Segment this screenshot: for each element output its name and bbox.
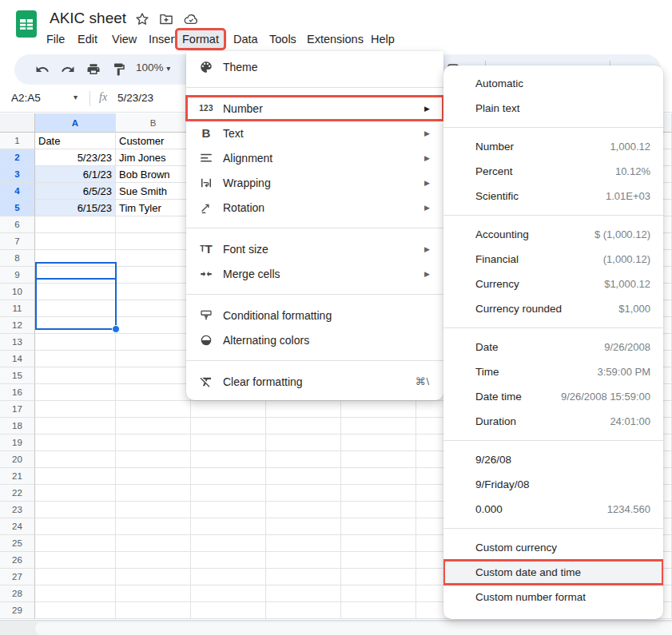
name-box[interactable]: A2:A5: [11, 92, 41, 104]
row-header-27[interactable]: 27: [0, 569, 35, 585]
row-header-10[interactable]: 10: [0, 284, 35, 300]
cell-d19[interactable]: [266, 435, 341, 451]
cell-a6[interactable]: [35, 216, 116, 233]
cell-c18[interactable]: [191, 418, 266, 435]
cell-b5[interactable]: Tim Tyler: [116, 200, 191, 216]
cell-a18[interactable]: [35, 418, 116, 435]
cell-c28[interactable]: [191, 585, 266, 602]
cell-d21[interactable]: [266, 468, 341, 485]
row-header-1[interactable]: 1: [0, 133, 35, 149]
star-icon[interactable]: [134, 11, 150, 27]
cell-d24[interactable]: [266, 518, 341, 535]
cell-a14[interactable]: [35, 351, 116, 367]
cell-d17[interactable]: [266, 401, 341, 418]
cell-b4[interactable]: Sue Smith: [116, 183, 191, 200]
cell-b20[interactable]: [116, 451, 191, 468]
cell-a28[interactable]: [35, 585, 116, 602]
cell-b29[interactable]: [116, 602, 191, 619]
row-header-15[interactable]: 15: [0, 367, 35, 384]
menu-tools[interactable]: Tools: [264, 30, 301, 48]
row-header-11[interactable]: 11: [0, 300, 35, 317]
submenu-item-accounting[interactable]: Accounting$ (1,000.12): [443, 222, 663, 247]
submenu-item-currency[interactable]: Currency$1,000.12: [443, 272, 663, 296]
cell-b19[interactable]: [116, 435, 191, 451]
cell-e25[interactable]: [341, 535, 416, 552]
cell-e19[interactable]: [341, 435, 416, 451]
paint-format-icon[interactable]: [112, 62, 126, 77]
cell-b27[interactable]: [116, 569, 191, 585]
menu-extensions[interactable]: Extensions: [302, 30, 368, 48]
row-header-7[interactable]: 7: [0, 233, 35, 250]
cell-b21[interactable]: [116, 468, 191, 485]
menu-item-clear-formatting[interactable]: Clear formatting ⌘\: [186, 369, 443, 394]
cell-a24[interactable]: [35, 518, 116, 535]
cell-a1[interactable]: Date: [35, 133, 116, 149]
row-header-8[interactable]: 8: [0, 250, 35, 267]
cell-a7[interactable]: [35, 233, 116, 250]
submenu-item-decimal[interactable]: 0.0001234.560: [443, 497, 663, 522]
cell-a29[interactable]: [35, 602, 116, 619]
cell-e23[interactable]: [341, 502, 416, 518]
row-header-3[interactable]: 3: [0, 166, 35, 183]
cell-e29[interactable]: [341, 602, 416, 619]
cell-b15[interactable]: [116, 367, 191, 384]
cell-c20[interactable]: [191, 451, 266, 468]
menu-item-merge-cells[interactable]: Merge cells ▶: [186, 261, 443, 286]
submenu-item-custom-number-format[interactable]: Custom number format: [443, 585, 663, 609]
cell-e26[interactable]: [341, 552, 416, 569]
print-icon[interactable]: [86, 62, 101, 77]
cell-e20[interactable]: [341, 451, 416, 468]
menu-format[interactable]: Format: [177, 30, 224, 48]
cell-b11[interactable]: [116, 300, 191, 317]
row-header-9[interactable]: 9: [0, 267, 35, 284]
submenu-item-scientific[interactable]: Scientific1.01E+03: [443, 184, 663, 208]
row-header-5[interactable]: 5: [0, 200, 35, 216]
cell-a4[interactable]: 6/5/23: [35, 183, 116, 200]
row-header-6[interactable]: 6: [0, 216, 35, 233]
cell-e22[interactable]: [341, 485, 416, 502]
row-header-25[interactable]: 25: [0, 535, 35, 552]
cell-a21[interactable]: [35, 468, 116, 485]
menu-view[interactable]: View: [107, 30, 141, 48]
zoom-control[interactable]: 100% ▾: [136, 62, 170, 73]
menu-edit[interactable]: Edit: [73, 30, 102, 48]
menu-item-conditional-formatting[interactable]: Conditional formatting: [186, 303, 443, 327]
document-title[interactable]: AKIC sheet: [50, 10, 126, 27]
cell-c23[interactable]: [191, 502, 266, 518]
cell-c29[interactable]: [191, 602, 266, 619]
row-header-20[interactable]: 20: [0, 451, 35, 468]
cell-b23[interactable]: [116, 502, 191, 518]
cell-d18[interactable]: [266, 418, 341, 435]
cell-a19[interactable]: [35, 435, 116, 451]
cell-a5[interactable]: 6/15/23: [35, 200, 116, 216]
cell-e21[interactable]: [341, 468, 416, 485]
submenu-item-automatic[interactable]: Automatic: [443, 71, 663, 96]
cell-a11[interactable]: [35, 300, 116, 317]
cell-d29[interactable]: [266, 602, 341, 619]
cell-e17[interactable]: [341, 401, 416, 418]
menu-item-font-size[interactable]: TT Font size ▶: [186, 236, 443, 261]
menu-file[interactable]: File: [42, 30, 70, 48]
cell-b14[interactable]: [116, 351, 191, 367]
row-header-22[interactable]: 22: [0, 485, 35, 502]
row-header-4[interactable]: 4: [0, 183, 35, 200]
cell-b6[interactable]: [116, 216, 191, 233]
cell-a13[interactable]: [35, 334, 116, 351]
cell-c19[interactable]: [191, 435, 266, 451]
row-header-17[interactable]: 17: [0, 401, 35, 418]
cell-d23[interactable]: [266, 502, 341, 518]
menu-data[interactable]: Data: [229, 30, 263, 48]
row-header-12[interactable]: 12: [0, 317, 35, 334]
cell-b16[interactable]: [116, 384, 191, 401]
menu-item-alignment[interactable]: Alignment ▶: [186, 145, 443, 170]
cell-b26[interactable]: [116, 552, 191, 569]
cell-e28[interactable]: [341, 585, 416, 602]
row-header-18[interactable]: 18: [0, 418, 35, 435]
cell-a27[interactable]: [35, 569, 116, 585]
row-header-2[interactable]: 2: [0, 149, 35, 166]
cell-b2[interactable]: Jim Jones: [116, 149, 191, 166]
cloud-saved-icon[interactable]: [183, 11, 199, 27]
submenu-item-number[interactable]: Number1,000.12: [443, 134, 663, 159]
cell-d25[interactable]: [266, 535, 341, 552]
row-header-23[interactable]: 23: [0, 502, 35, 518]
